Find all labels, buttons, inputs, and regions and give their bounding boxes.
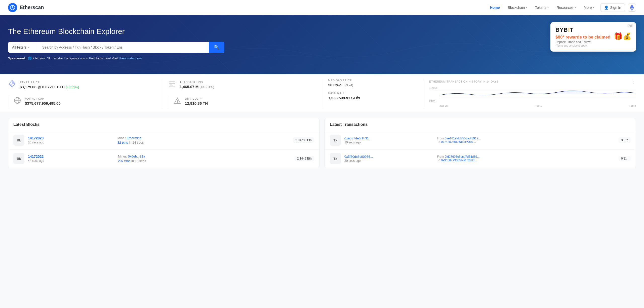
block-item: Bk 14172023 30 secs ago Miner Ethermine … xyxy=(8,131,319,149)
tx-time: 30 secs ago xyxy=(344,141,433,144)
chart-section: ETHEREUM TRANSACTION HISTORY IN 14 DAYS … xyxy=(423,79,636,107)
main-content: Latest Blocks Bk 14172023 30 secs ago Mi… xyxy=(0,112,644,174)
tx-from: From 0xe1619fdd3553adf8912... xyxy=(437,137,615,140)
search-filter-dropdown[interactable]: All Filters ▾ xyxy=(8,42,38,53)
ad-banner: Ad BYB!T $80* rewards to be claimed Depo… xyxy=(550,22,636,52)
nav-links: Home Blockchain ▾ Tokens ▾ Resources ▾ M… xyxy=(487,3,636,12)
tx-from: From 0xf27696c8bca7d54d69... xyxy=(437,155,615,159)
hero-section: The Ethereum Blockchain Explorer All Fil… xyxy=(0,15,644,74)
ad-fine-print: *Terms and conditions apply. xyxy=(555,44,631,47)
sign-in-button[interactable]: 👤 Sign In xyxy=(600,3,625,12)
tx-amount: 3 Eth xyxy=(619,137,631,143)
stats-right: MED GAS PRICE 56 Gwei ($3.74) HASH RATE … xyxy=(322,79,423,107)
ad-label: Ad xyxy=(627,24,633,27)
stats-section: ETHER PRICE $3,179.66 @ 0.07211 BTC (+3.… xyxy=(0,74,644,112)
block-txns: 82 txns in 14 secs xyxy=(117,140,290,144)
tx-item: Tx 0x5f80dc8c00936... 30 secs ago From 0… xyxy=(325,149,636,168)
difficulty-stat: DIFFICULTY 12,810.86 TH xyxy=(168,95,316,107)
block-number[interactable]: 14172022 xyxy=(28,155,114,159)
tx-time: 30 secs ago xyxy=(344,159,433,163)
transactions-value: 1,465.07 M (13.3 TPS) xyxy=(180,85,214,89)
svg-point-15 xyxy=(177,102,178,103)
block-info: 14172023 30 secs ago xyxy=(28,136,114,144)
eth-diamond-icon xyxy=(8,80,16,90)
resources-chevron-icon: ▾ xyxy=(575,6,576,9)
logo-icon xyxy=(8,3,17,12)
chart-options-button[interactable]: ⋮ xyxy=(631,79,636,84)
navbar: Etherscan Home Blockchain ▾ Tokens ▾ Res… xyxy=(0,0,644,15)
tx-badge: Tx xyxy=(330,135,341,146)
tx-badge: Tx xyxy=(330,153,341,164)
ad-decoration-icons: 🎁💰 xyxy=(614,32,631,41)
miner-link[interactable]: 0x6eb...31a xyxy=(128,155,145,158)
txns-link[interactable]: 82 txns xyxy=(117,141,128,144)
block-time: 44 secs ago xyxy=(28,159,114,163)
search-input[interactable] xyxy=(38,42,209,53)
sponsored-link[interactable]: thenovatar.com xyxy=(119,56,142,60)
tx-info: 0xe587de6f1f7f1... 30 secs ago xyxy=(344,136,433,144)
search-icon: 🔍 xyxy=(214,45,219,50)
ether-price-stat: ETHER PRICE $3,179.66 @ 0.07211 BTC (+3.… xyxy=(8,79,156,91)
stats-left: ETHER PRICE $3,179.66 @ 0.07211 BTC (+3.… xyxy=(8,79,162,107)
txns-link[interactable]: 207 txns xyxy=(118,159,130,163)
block-number[interactable]: 14172023 xyxy=(28,136,114,140)
eth-price-icon[interactable] xyxy=(628,4,636,12)
nav-tokens[interactable]: Tokens ▾ xyxy=(532,4,552,12)
hero-title: The Ethereum Blockchain Explorer xyxy=(8,27,636,36)
difficulty-info: DIFFICULTY 12,810.86 TH xyxy=(185,97,208,105)
nav-home[interactable]: Home xyxy=(487,4,503,12)
hash-rate-stat: HASH RATE 1,023,509.91 GH/s xyxy=(328,92,417,100)
block-meta: Miner: 0x6eb...31a 207 txns in 13 secs xyxy=(118,155,291,163)
search-button[interactable]: 🔍 xyxy=(209,42,224,53)
logo-text: Etherscan xyxy=(20,5,44,10)
block-badge: Bk xyxy=(13,135,24,146)
chart-svg xyxy=(439,86,636,102)
nav-blockchain[interactable]: Blockchain ▾ xyxy=(504,4,531,12)
user-icon: 👤 xyxy=(604,6,609,10)
latest-transactions-panel: Latest Transactions Tx 0xe587de6f1f7f1..… xyxy=(325,118,636,168)
block-miner: Miner Ethermine xyxy=(117,136,290,140)
block-time: 30 secs ago xyxy=(28,141,114,144)
block-miner: Miner: 0x6eb...31a xyxy=(118,155,291,158)
blocks-panel-header: Latest Blocks xyxy=(8,118,319,131)
market-cap-stat: MARKET CAP $375,677,959,495.00 xyxy=(8,95,156,107)
tx-amount: 0 Eth xyxy=(619,156,631,161)
tx-from-to: From 0xf27696c8bca7d54d69... To 0x9d5877… xyxy=(437,155,615,162)
latest-blocks-panel: Latest Blocks Bk 14172023 30 secs ago Mi… xyxy=(8,118,319,168)
to-link[interactable]: 0x9d58779365b067d5d3... xyxy=(441,159,477,162)
transactions-stat: TRANSACTIONS 1,465.07 M (13.3 TPS) xyxy=(168,79,316,91)
svg-marker-2 xyxy=(12,80,15,84)
more-chevron-icon: ▾ xyxy=(593,6,594,9)
logo[interactable]: Etherscan xyxy=(8,3,44,12)
block-badge: Bk xyxy=(13,153,24,164)
from-link[interactable]: 0xf27696c8bca7d54d69... xyxy=(445,155,479,159)
tx-from-to: From 0xe1619fdd3553adf8912... To 0x7a250… xyxy=(437,137,615,144)
med-gas-value: 56 Gwei ($3.74) xyxy=(328,83,417,87)
transactions-info: TRANSACTIONS 1,465.07 M (13.3 TPS) xyxy=(180,81,214,89)
tx-hash[interactable]: 0xe587de6f1f7f1... xyxy=(344,136,433,140)
transactions-panel-header: Latest Transactions xyxy=(325,118,636,131)
miner-link[interactable]: Ethermine xyxy=(127,136,141,140)
chart-title: ETHEREUM TRANSACTION HISTORY IN 14 DAYS … xyxy=(429,79,636,84)
nav-more[interactable]: More ▾ xyxy=(580,4,598,12)
tx-info: 0x5f80dc8c00936... 30 secs ago xyxy=(344,155,433,163)
tx-to: To 0x9d58779365b067d5d3... xyxy=(437,159,615,162)
to-link[interactable]: 0x7a250d5630b4cf5397... xyxy=(441,140,476,144)
tx-hash[interactable]: 0x5f80dc8c00936... xyxy=(344,155,433,159)
tokens-chevron-icon: ▾ xyxy=(547,6,549,9)
nav-resources[interactable]: Resources ▾ xyxy=(553,4,579,12)
tx-item: Tx 0xe587de6f1f7f1... 30 secs ago From 0… xyxy=(325,131,636,149)
ad-subtext: Deposit, Trade and Follow! xyxy=(555,40,631,44)
svg-rect-9 xyxy=(169,82,175,87)
ad-logo-accent: ! xyxy=(568,27,570,33)
chart-x-axis: Jan 25 Feb 1 Feb 8 xyxy=(439,104,636,107)
block-item: Bk 14172022 44 secs ago Miner: 0x6eb...3… xyxy=(8,149,319,168)
difficulty-icon xyxy=(173,97,181,106)
tx-to: To 0x7a250d5630b4cf5397... xyxy=(437,140,615,144)
block-info: 14172022 44 secs ago xyxy=(28,155,114,163)
from-link[interactable]: 0xe1619fdd3553adf8912... xyxy=(445,137,481,140)
block-meta: Miner Ethermine 82 txns in 14 secs xyxy=(117,136,290,144)
globe-icon xyxy=(13,96,21,106)
chart-y-axis: 1 280k 960k xyxy=(429,86,437,107)
sponsored-bar: Sponsored: 🌐 Get your NFT avatar that gr… xyxy=(8,56,636,60)
